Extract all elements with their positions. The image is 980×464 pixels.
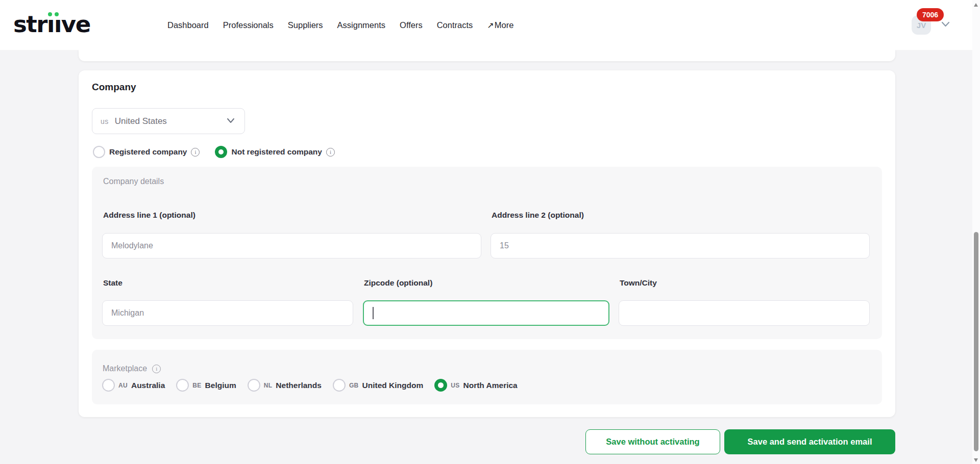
marketplace-option-label: North America <box>463 381 518 390</box>
marketplace-option-label: Netherlands <box>276 381 322 390</box>
radio-marketplace-north-america[interactable]: US North America <box>434 379 518 392</box>
radio-circle-selected[interactable] <box>434 379 447 392</box>
info-icon[interactable]: i <box>152 365 161 373</box>
nav-item-assignments[interactable]: Assignments <box>337 20 385 30</box>
previous-card-bottom <box>79 50 895 61</box>
nav-more-label: More <box>495 20 514 30</box>
radio-not-registered-company[interactable]: Not registered company i <box>215 146 334 158</box>
logo-green-dot <box>55 12 59 16</box>
town-city-input[interactable] <box>619 300 870 326</box>
country-select-value: United States <box>115 116 225 126</box>
nav-item-contracts[interactable]: Contracts <box>437 20 473 30</box>
radio-circle-unselected[interactable] <box>93 146 105 158</box>
company-card: Company US United States Registered comp… <box>79 70 895 417</box>
company-section-title: Company <box>92 82 136 93</box>
radio-circle-unselected[interactable] <box>333 379 346 392</box>
marketplace-options: AU Australia BE Belgium NL Netherlands G… <box>102 379 518 392</box>
zipcode-label: Zipcode (optional) <box>364 278 432 288</box>
town-city-label: Town/City <box>620 278 657 288</box>
nav-item-more[interactable]: ↗More <box>487 20 513 30</box>
logo-text-mid: ıı <box>47 11 61 38</box>
state-label: State <box>103 278 122 288</box>
radio-circle-unselected[interactable] <box>248 379 260 392</box>
not-registered-company-label: Not registered company <box>231 147 322 157</box>
country-select[interactable]: US United States <box>92 108 245 134</box>
scrollbar-thumb[interactable] <box>974 232 978 451</box>
country-code: NL <box>264 382 273 389</box>
address-line1-label: Address line 1 (optional) <box>103 211 195 220</box>
radio-circle-unselected[interactable] <box>176 379 189 392</box>
radio-marketplace-netherlands[interactable]: NL Netherlands <box>248 379 322 392</box>
country-code: US <box>101 117 109 125</box>
radio-marketplace-belgium[interactable]: BE Belgium <box>176 379 236 392</box>
logo-text-left: str <box>13 11 47 38</box>
registration-type-options: Registered company i Not registered comp… <box>93 146 346 158</box>
vertical-scrollbar[interactable] <box>972 0 980 464</box>
info-icon[interactable]: i <box>326 148 335 157</box>
company-details-title: Company details <box>103 177 164 186</box>
company-details-panel: Company details Address line 1 (optional… <box>92 167 882 339</box>
radio-circle-selected[interactable] <box>215 146 227 158</box>
avatar-initials: JV <box>917 21 926 30</box>
marketplace-panel: Marketplace i AU Australia BE Belgium NL… <box>92 350 882 404</box>
chevron-down-icon <box>225 115 236 128</box>
save-and-send-activation-email-button[interactable]: Save and send activation email <box>724 429 895 454</box>
nav-item-professionals[interactable]: Professionals <box>223 20 274 30</box>
striive-logo[interactable]: strııve <box>13 9 90 40</box>
scrollbar-up-arrow[interactable] <box>974 3 978 7</box>
radio-circle-unselected[interactable] <box>102 379 115 392</box>
notification-count-badge: 7006 <box>917 8 944 21</box>
main-nav: Dashboard Professionals Suppliers Assign… <box>167 0 513 50</box>
zipcode-input[interactable] <box>363 300 609 326</box>
info-icon[interactable]: i <box>191 148 200 157</box>
address-line1-value: Melodylane <box>111 241 153 250</box>
address-line2-input[interactable]: 15 <box>491 233 870 259</box>
logo-text-right: ve <box>61 11 90 38</box>
address-line2-label: Address line 2 (optional) <box>492 211 584 220</box>
save-primary-label: Save and send activation email <box>748 437 872 447</box>
address-line2-value: 15 <box>500 241 509 250</box>
marketplace-option-label: Australia <box>131 381 165 390</box>
nav-item-offers[interactable]: Offers <box>400 20 423 30</box>
radio-registered-company[interactable]: Registered company i <box>93 146 200 158</box>
nav-item-dashboard[interactable]: Dashboard <box>167 20 209 30</box>
badge-count: 7006 <box>922 11 938 19</box>
state-value: Michigan <box>111 308 144 318</box>
top-header: strııve Dashboard Professionals Supplier… <box>0 0 980 50</box>
nav-item-suppliers[interactable]: Suppliers <box>288 20 323 30</box>
external-arrow-icon: ↗ <box>487 20 494 30</box>
scrollbar-down-arrow[interactable] <box>974 458 978 462</box>
save-without-activating-button[interactable]: Save without activating <box>585 429 720 454</box>
country-code: BE <box>192 382 201 389</box>
marketplace-title-row: Marketplace i <box>103 364 161 373</box>
state-input[interactable]: Michigan <box>102 300 353 326</box>
marketplace-option-label: United Kingdom <box>362 381 424 390</box>
marketplace-label: Marketplace <box>103 364 147 373</box>
address-line1-input[interactable]: Melodylane <box>102 233 481 259</box>
save-secondary-label: Save without activating <box>606 437 699 447</box>
country-code: US <box>451 382 459 389</box>
marketplace-option-label: Belgium <box>205 381 236 390</box>
radio-marketplace-united-kingdom[interactable]: GB United Kingdom <box>333 379 423 392</box>
country-code: AU <box>118 382 128 389</box>
logo-green-dot <box>48 12 52 16</box>
registered-company-label: Registered company <box>109 147 187 157</box>
text-caret <box>373 307 374 319</box>
user-menu-chevron-down-icon[interactable] <box>940 19 951 32</box>
country-code: GB <box>349 382 359 389</box>
radio-marketplace-australia[interactable]: AU Australia <box>102 379 165 392</box>
